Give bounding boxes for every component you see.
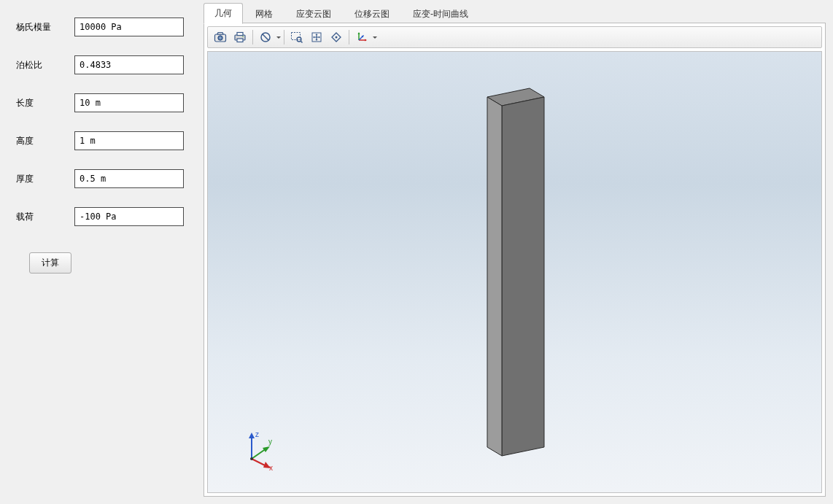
length-label: 长度 — [16, 97, 74, 109]
beam-geometry — [471, 75, 559, 469]
form-row-length: 长度 — [16, 93, 193, 112]
height-input[interactable] — [74, 131, 184, 150]
svg-line-8 — [263, 34, 268, 40]
thickness-label: 厚度 — [16, 173, 74, 185]
youngs-modulus-input[interactable] — [74, 18, 184, 36]
visualization-panel: 几何 网格 应变云图 位移云图 应变-时间曲线 — [201, 0, 833, 504]
compute-button[interactable]: 计算 — [29, 252, 71, 274]
svg-marker-21 — [249, 433, 255, 438]
zoom-box-icon[interactable] — [287, 28, 306, 46]
form-row-thickness: 厚度 — [16, 169, 193, 188]
toolbar-separator — [284, 30, 284, 44]
pan-icon[interactable] — [307, 28, 326, 46]
triad-y-label: y — [268, 438, 272, 446]
svg-line-22 — [252, 449, 266, 459]
svg-point-13 — [336, 36, 338, 39]
parameters-panel: 杨氏模量 泊松比 长度 高度 厚度 载荷 计算 — [0, 0, 201, 504]
camera-icon[interactable] — [211, 28, 230, 46]
svg-point-26 — [250, 457, 253, 460]
tab-strain-time-curve[interactable]: 应变-时间曲线 — [402, 4, 479, 24]
form-row-poisson: 泊松比 — [16, 55, 193, 74]
form-row-height: 高度 — [16, 131, 193, 150]
svg-rect-4 — [237, 33, 243, 36]
tab-bar: 几何 网格 应变云图 位移云图 应变-时间曲线 — [204, 4, 826, 23]
svg-point-2 — [220, 37, 222, 39]
axes-dropdown[interactable] — [372, 36, 377, 39]
viewer-frame: z y x — [204, 23, 826, 497]
tab-geometry[interactable]: 几何 — [204, 3, 243, 24]
toolbar-separator — [349, 30, 349, 44]
forbidden-dropdown[interactable] — [276, 36, 281, 39]
youngs-modulus-label: 杨氏模量 — [16, 21, 74, 34]
svg-point-6 — [242, 36, 244, 37]
form-row-load: 载荷 — [16, 207, 193, 226]
thickness-input[interactable] — [74, 169, 184, 188]
svg-line-11 — [301, 41, 302, 42]
svg-rect-5 — [237, 39, 243, 42]
tab-mesh[interactable]: 网格 — [244, 4, 284, 24]
triad-z-label: z — [255, 430, 259, 438]
print-icon[interactable] — [230, 28, 249, 46]
poisson-input[interactable] — [74, 55, 184, 74]
svg-line-24 — [252, 459, 266, 466]
svg-marker-23 — [263, 446, 270, 452]
load-label: 载荷 — [16, 211, 74, 223]
poisson-label: 泊松比 — [16, 59, 74, 71]
load-input[interactable] — [74, 207, 184, 226]
axes-triad: z y x — [237, 427, 281, 470]
tab-displacement-contour[interactable]: 位移云图 — [344, 4, 400, 24]
svg-marker-18 — [502, 97, 544, 456]
forbidden-icon[interactable] — [256, 28, 275, 46]
toolbar-separator — [252, 30, 253, 44]
axes-icon[interactable] — [352, 28, 371, 46]
length-input[interactable] — [74, 93, 184, 112]
3d-viewport[interactable]: z y x — [207, 51, 822, 493]
tab-strain-contour[interactable]: 应变云图 — [285, 4, 342, 24]
svg-rect-9 — [292, 33, 301, 40]
svg-marker-19 — [487, 97, 502, 456]
triad-x-label: x — [269, 464, 273, 470]
viewer-toolbar — [207, 26, 822, 48]
rotate-icon[interactable] — [327, 28, 346, 46]
height-label: 高度 — [16, 135, 74, 147]
form-row-youngs-modulus: 杨氏模量 — [16, 18, 193, 36]
